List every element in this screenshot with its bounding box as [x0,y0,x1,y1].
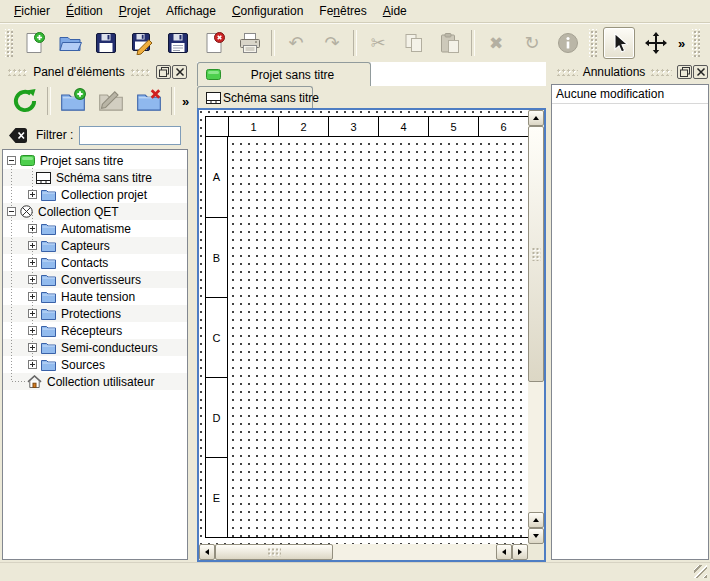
expander-plus-icon[interactable] [28,326,37,335]
vertical-scrollbar[interactable] [528,110,544,544]
menu-item[interactable]: Affichage [158,1,224,21]
tree-item-label: Collection utilisateur [47,375,154,389]
tree-item[interactable]: Récepteurs [3,322,187,339]
menu-item[interactable]: Aide [375,1,415,21]
left-arrow-icon [205,549,209,555]
scroll-left-button[interactable] [199,544,215,560]
close-panel-button[interactable] [172,65,187,79]
save-button[interactable] [91,28,121,58]
tree-item[interactable]: Collection projet [3,186,187,203]
toolbar-overflow-button[interactable]: » [674,36,689,51]
save-all-button[interactable] [163,28,193,58]
tree-item[interactable]: Automatisme [3,220,187,237]
menu-item[interactable]: Fenêtres [311,1,374,21]
horizontal-scrollbar[interactable] [199,544,528,560]
scroll-right-button[interactable] [512,544,528,560]
scroll-left-button[interactable] [496,544,512,560]
tree-item[interactable]: Convertisseurs [3,271,187,288]
cut-button[interactable]: ✂ [363,28,393,58]
tree-item[interactable]: Collection QET [3,203,187,220]
toolbar-overflow-button[interactable]: » [178,94,193,109]
qet-collection-icon [20,205,33,218]
edit-category-button[interactable] [95,85,127,117]
delete-category-button[interactable] [133,85,165,117]
print-button[interactable] [235,28,265,58]
status-bar [0,562,710,581]
tree-item[interactable]: Semi-conducteurs [3,339,187,356]
menu-item[interactable]: Configuration [224,1,311,21]
float-panel-button[interactable] [156,65,171,79]
dock-handle-texture [650,68,672,76]
expander-minus-icon[interactable] [7,156,16,165]
toolbar-handle[interactable] [692,29,700,57]
expander-plus-icon[interactable] [28,309,37,318]
tree-item[interactable]: Sources [3,356,187,373]
qelectrotech-window: FichierÉditionProjetAffichageConfigurati… [0,0,710,581]
rotate-icon: ↻ [524,34,539,52]
tree-item[interactable]: Haute tension [3,288,187,305]
resize-grip[interactable] [694,565,707,578]
menu-item[interactable]: Projet [111,1,158,21]
scroll-down-button[interactable] [528,528,544,544]
select-tool-button[interactable] [603,27,635,59]
menu-item[interactable]: Édition [58,1,111,21]
undo-button[interactable]: ↶ [281,28,311,58]
undo-icon: ↶ [288,34,303,52]
tree-item[interactable]: Collection utilisateur [3,373,187,390]
open-folder-button[interactable] [55,28,85,58]
redo-button[interactable]: ↷ [317,28,347,58]
scroll-up-button[interactable] [528,512,544,528]
expander-plus-icon[interactable] [28,258,37,267]
save-as-button[interactable] [127,28,157,58]
toolbar-separator [171,87,175,115]
vertical-scroll-thumb[interactable] [528,126,544,382]
tree-item[interactable]: Projet sans titre [3,152,187,169]
float-icon [159,67,169,77]
reload-button[interactable] [9,85,41,117]
elements-panel-titlebar: Panel d'éléments [2,63,188,81]
dock-handle-texture [130,68,151,76]
expander-minus-icon[interactable] [7,207,16,216]
expander-plus-icon[interactable] [28,275,37,284]
up-arrow-icon [533,116,539,120]
expander-plus-icon[interactable] [28,190,37,199]
cut-icon: ✂ [370,34,385,52]
clear-filter-icon[interactable] [8,127,28,144]
tree-item[interactable]: Protections [3,305,187,322]
expander-plus-icon[interactable] [28,292,37,301]
info-button[interactable] [553,28,583,58]
delete-category-icon [135,87,163,115]
expander-plus-icon[interactable] [28,224,37,233]
new-document-button[interactable] [19,28,49,58]
new-category-button[interactable] [57,85,89,117]
toolbar-handle[interactable] [5,29,13,57]
paste-button[interactable] [435,28,465,58]
save-as-icon [130,31,154,55]
expander-plus-icon[interactable] [28,360,37,369]
new-document-icon [22,31,46,55]
column-header: 6 [478,117,528,137]
close-document-button[interactable] [199,28,229,58]
scroll-up-button[interactable] [528,110,544,126]
expander-plus-icon[interactable] [28,241,37,250]
filter-input[interactable] [79,126,181,145]
move-tool-button[interactable] [641,28,671,58]
about-button[interactable] [706,28,710,58]
rotate-button[interactable]: ↻ [517,28,547,58]
horizontal-scroll-thumb[interactable] [215,544,333,560]
undo-list-item[interactable]: Aucune modification [552,85,708,104]
close-panel-button[interactable] [693,65,708,79]
float-panel-button[interactable] [677,65,692,79]
diagram-canvas[interactable]: 123456ABCDE [199,110,528,544]
tree-item[interactable]: Schéma sans titre [3,169,187,186]
tree-item[interactable]: Contacts [3,254,187,271]
copy-button[interactable] [399,28,429,58]
delete-button[interactable]: ✖ [481,28,511,58]
expander-plus-icon[interactable] [28,343,37,352]
tree-item[interactable]: Capteurs [3,237,187,254]
menu-item[interactable]: Fichier [6,1,58,21]
diagram-view: 123456ABCDE [197,108,546,562]
tab-schema[interactable]: Schéma sans titre [197,86,313,108]
toolbar-handle[interactable] [589,29,597,57]
tab-project[interactable]: Projet sans titre [197,62,371,86]
